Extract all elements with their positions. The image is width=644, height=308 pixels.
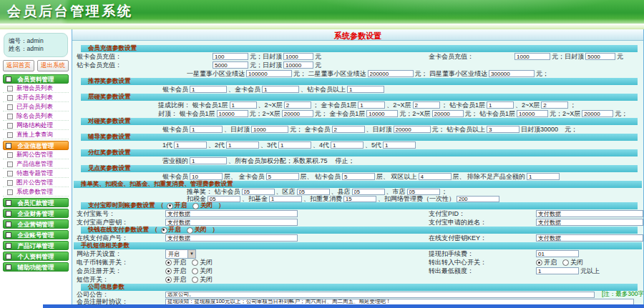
param-input[interactable] — [514, 53, 550, 60]
sidebar-section-7[interactable]: 个人资料管理 — [3, 252, 69, 261]
expand-box-icon[interactable] — [6, 143, 11, 149]
param-input[interactable] — [165, 219, 298, 226]
param-input[interactable] — [347, 86, 384, 93]
sidebar-section-6[interactable]: 产品订单管理 — [3, 241, 69, 250]
param-input[interactable] — [536, 210, 643, 217]
user-name-value: admin — [27, 45, 44, 52]
param-input[interactable] — [283, 61, 313, 69]
sidebar-item[interactable]: 产品信息管理 — [3, 159, 69, 169]
form-cell: 营业额的、所有会员加权分配；系数累积.75 停止； — [162, 157, 355, 165]
sidebar-item[interactable]: 未开会员列表 — [3, 93, 69, 102]
param-input[interactable] — [226, 141, 259, 149]
sidebar-section-4[interactable]: 企业营销管理 — [3, 219, 69, 229]
param-input[interactable] — [213, 61, 248, 69]
user-id-value: admin — [27, 37, 44, 44]
param-input[interactable] — [394, 126, 431, 133]
sidebar-section-2[interactable]: 会员汇款管理 — [3, 198, 69, 207]
param-input[interactable] — [190, 157, 227, 164]
param-input[interactable] — [190, 126, 223, 133]
param-input[interactable] — [487, 101, 514, 109]
param-input[interactable] — [269, 196, 302, 202]
sidebar-section-0[interactable]: 会员资料管理 — [3, 74, 69, 84]
field-label: 在线支付商户号： — [77, 234, 128, 243]
radio-option[interactable]: 关闭 — [192, 275, 213, 284]
radio-icon — [562, 259, 569, 266]
expand-box-icon[interactable] — [6, 76, 11, 82]
form-cell: 提成比例： 银卡会员1层、2~X层； 金卡会员1层、2~X层； 钻卡会员1层、2… — [158, 101, 576, 109]
param-input[interactable] — [536, 267, 579, 274]
sidebar-section-5[interactable]: 企业账号管理 — [3, 230, 69, 239]
param-input[interactable] — [582, 110, 613, 117]
user-id-label: 编号： — [9, 37, 27, 44]
param-input[interactable] — [217, 110, 248, 117]
param-input[interactable] — [487, 126, 519, 133]
param-input[interactable] — [190, 86, 227, 93]
param-input[interactable] — [368, 70, 414, 77]
form-cell — [165, 291, 595, 298]
param-input[interactable] — [536, 234, 643, 242]
param-input[interactable] — [527, 173, 560, 180]
sidebar-item[interactable]: 新增会员列表 — [3, 84, 69, 93]
param-input[interactable] — [343, 196, 376, 202]
param-input[interactable] — [331, 141, 364, 149]
param-input[interactable] — [165, 234, 298, 242]
expand-box-icon[interactable] — [6, 254, 11, 259]
sidebar-section-label: 企业财务管理 — [18, 210, 54, 217]
sidebar-item[interactable]: 新闻公告管理 — [3, 150, 69, 159]
param-input[interactable] — [190, 173, 223, 180]
form-cell: 银卡会员充值： — [77, 52, 122, 61]
form-cell: 元；日封顶元 — [213, 52, 321, 61]
sidebar-item[interactable]: 图片公告管理 — [3, 178, 69, 187]
param-input[interactable] — [284, 101, 311, 109]
radio-icon — [161, 227, 167, 234]
param-input[interactable] — [283, 53, 313, 60]
sidebar-item[interactable]: 特惠专题管理 — [3, 169, 69, 178]
sidebar-section-8[interactable]: 辅助功能管理 — [3, 262, 69, 272]
radio-option[interactable]: 开启 — [165, 275, 186, 284]
expand-box-icon[interactable] — [6, 222, 11, 227]
logout-button[interactable]: 退出系统 — [37, 60, 69, 71]
param-input[interactable] — [174, 141, 207, 149]
sidebar-item[interactable]: 直推上拿查询 — [3, 130, 69, 139]
sidebar-item-label: 直推上拿查询 — [16, 131, 53, 138]
param-input[interactable] — [230, 101, 257, 109]
param-input[interactable] — [432, 110, 464, 117]
param-input[interactable] — [282, 110, 313, 117]
param-input[interactable] — [246, 70, 292, 77]
param-input[interactable] — [262, 86, 299, 93]
param-input[interactable] — [342, 173, 375, 180]
sidebar-item[interactable]: 已开会员列表 — [3, 102, 69, 111]
field-label: 、扣网络管理费（一次性） — [378, 194, 455, 204]
sidebar-item[interactable]: 网络结构处理 — [3, 121, 69, 130]
param-input[interactable] — [213, 53, 248, 60]
param-input[interactable] — [457, 196, 499, 202]
param-input[interactable] — [366, 110, 398, 117]
param-input[interactable] — [165, 292, 595, 298]
expand-box-icon[interactable] — [6, 243, 11, 249]
sidebar-section-3[interactable]: 企业财务管理 — [3, 209, 69, 218]
expand-box-icon[interactable] — [6, 211, 11, 217]
param-input[interactable] — [208, 196, 240, 202]
param-input[interactable] — [517, 110, 548, 117]
param-input[interactable] — [413, 101, 440, 109]
param-input[interactable] — [383, 141, 416, 149]
param-input[interactable] — [251, 126, 288, 133]
sidebar-section-1[interactable]: 企业信息管理 — [3, 141, 69, 150]
param-input[interactable] — [358, 101, 385, 109]
param-input[interactable] — [332, 126, 365, 133]
param-input[interactable] — [541, 101, 568, 109]
expand-box-icon[interactable] — [6, 200, 11, 206]
param-input[interactable] — [585, 53, 615, 60]
sidebar-item[interactable]: 除名会员列表 — [3, 111, 69, 121]
expand-box-icon[interactable] — [6, 232, 11, 238]
sidebar-item[interactable]: 系统参数管理 — [3, 187, 69, 197]
param-input[interactable] — [266, 173, 299, 180]
param-input[interactable] — [536, 219, 643, 226]
checkbox-icon — [7, 95, 13, 101]
param-input[interactable] — [278, 141, 311, 149]
param-input[interactable] — [419, 173, 452, 180]
home-button[interactable]: 返回首页 — [3, 60, 34, 71]
param-input[interactable] — [165, 210, 298, 217]
param-input[interactable] — [489, 70, 535, 77]
expand-box-icon[interactable] — [6, 264, 11, 270]
